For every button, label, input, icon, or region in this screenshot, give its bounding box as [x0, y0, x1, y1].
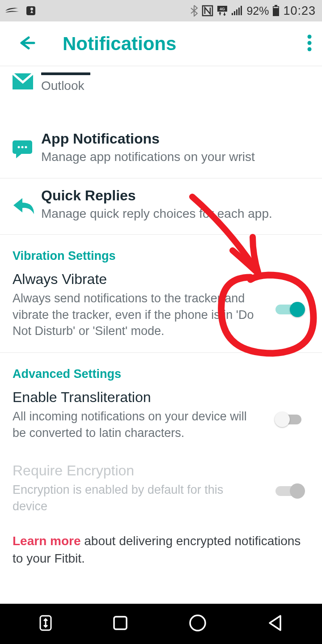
- encryption-title: Require Encryption: [13, 462, 309, 479]
- signal-icon: [231, 6, 243, 16]
- transliteration-setting[interactable]: Enable Transliteration All incoming noti…: [0, 385, 322, 454]
- reply-icon: [13, 190, 35, 222]
- always-vibrate-setting[interactable]: Always Vibrate Always send notifications…: [0, 267, 322, 353]
- svg-point-19: [21, 146, 24, 148]
- battery-percent: 92%: [246, 4, 269, 17]
- emails-subtitle: Outlook: [41, 78, 309, 94]
- overflow-menu-button[interactable]: [307, 34, 312, 54]
- always-vibrate-toggle[interactable]: [275, 301, 307, 318]
- transliteration-toggle[interactable]: [275, 411, 307, 428]
- nav-recent-button[interactable]: [112, 615, 128, 633]
- svg-rect-22: [114, 617, 127, 629]
- transliteration-desc: All incoming notifications on your devic…: [13, 408, 254, 441]
- encryption-toggle: [275, 483, 307, 499]
- always-vibrate-desc: Always send notifications to the tracker…: [13, 290, 254, 339]
- email-icon: [13, 69, 33, 94]
- svg-point-18: [18, 146, 20, 148]
- status-bar: 4G 92% 10:23: [0, 0, 322, 21]
- svg-point-13: [308, 34, 312, 38]
- nav-back-button[interactable]: [267, 614, 283, 634]
- app-notifications-row[interactable]: App Notifications Manage app notificatio…: [0, 110, 322, 178]
- quick-replies-title: Quick Replies: [41, 187, 309, 204]
- encryption-desc: Encryption is enabled by default for thi…: [13, 482, 254, 514]
- svg-rect-0: [26, 6, 35, 15]
- transliteration-title: Enable Transliteration: [13, 389, 309, 406]
- svg-point-14: [308, 41, 312, 45]
- svg-point-20: [25, 146, 27, 148]
- bluetooth-icon: [190, 5, 198, 17]
- learn-more-text: Learn more about delivering encrypted no…: [0, 528, 322, 585]
- settings-list: Emails Outlook App Notifications Manage …: [0, 66, 322, 585]
- maps-icon: [25, 5, 37, 17]
- svg-text:4G: 4G: [220, 7, 225, 11]
- svg-rect-10: [275, 5, 277, 6]
- always-vibrate-title: Always Vibrate: [13, 271, 309, 288]
- svg-rect-6: [234, 11, 235, 15]
- carrier-icon: [4, 6, 20, 15]
- encryption-setting: Require Encryption Encryption is enabled…: [0, 454, 322, 528]
- svg-point-15: [308, 47, 312, 51]
- svg-rect-9: [241, 6, 242, 15]
- chat-icon: [13, 133, 32, 165]
- nav-home-button[interactable]: [188, 614, 207, 634]
- learn-more-link[interactable]: Learn more: [13, 534, 81, 548]
- vibration-section-header: Vibration Settings: [0, 235, 322, 267]
- nav-expand-icon[interactable]: [39, 614, 52, 633]
- nfc-icon: [202, 5, 213, 17]
- quick-replies-subtitle: Manage quick reply choices for each app.: [41, 206, 309, 222]
- svg-point-1: [30, 8, 33, 10]
- data-4g-icon: 4G: [217, 5, 228, 16]
- app-notifications-title: App Notifications: [41, 131, 309, 147]
- svg-rect-12: [274, 7, 279, 8]
- battery-icon: [272, 5, 280, 17]
- quick-replies-row[interactable]: Quick Replies Manage quick reply choices…: [0, 178, 322, 235]
- emails-row[interactable]: Emails Outlook: [0, 66, 322, 110]
- back-button[interactable]: [16, 33, 36, 55]
- svg-rect-8: [238, 8, 240, 15]
- app-header: Notifications: [0, 21, 322, 66]
- svg-rect-7: [236, 9, 237, 15]
- navigation-bar: [0, 604, 322, 644]
- svg-rect-5: [232, 13, 233, 15]
- app-notifications-subtitle: Manage app notifications on your wrist: [41, 149, 309, 165]
- advanced-section-header: Advanced Settings: [0, 353, 322, 385]
- svg-point-23: [190, 615, 205, 631]
- clock: 10:23: [283, 4, 316, 18]
- page-title: Notifications: [63, 33, 176, 55]
